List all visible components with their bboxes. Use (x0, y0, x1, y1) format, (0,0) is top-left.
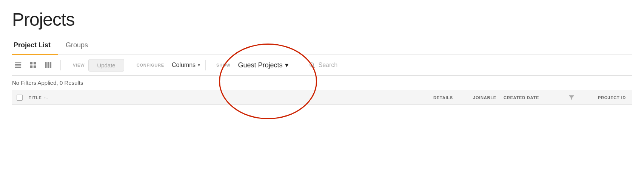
list-view-icon (15, 62, 22, 69)
filter-icon (569, 95, 575, 101)
update-button[interactable]: Update (88, 59, 124, 72)
svg-rect-0 (15, 62, 21, 63)
th-details-label: DETAILS (433, 95, 453, 100)
svg-rect-10 (50, 62, 52, 68)
th-checkbox (12, 95, 27, 101)
toolbar: VIEW Update CONFIGURE Columns ▾ SHOW Gue… (12, 55, 632, 76)
th-project-id-label: PROJECT ID (598, 95, 626, 100)
search-area[interactable]: Search (304, 59, 342, 71)
tab-groups[interactable]: Groups (64, 37, 96, 55)
guest-projects-label: Guest Projects (238, 61, 282, 69)
toolbar-divider-2 (205, 60, 206, 70)
th-joinable: JOINABLE (466, 95, 504, 100)
guest-projects-wrapper: Guest Projects ▾ (234, 59, 292, 72)
svg-rect-3 (15, 67, 21, 68)
page-title: Projects (12, 9, 632, 30)
sort-arrows-icon[interactable]: ↑↓ (44, 96, 49, 100)
svg-rect-7 (34, 65, 36, 68)
column-view-icon (45, 62, 52, 69)
search-icon (309, 62, 316, 69)
svg-rect-4 (30, 62, 32, 64)
show-label: SHOW (216, 63, 230, 67)
grid-view-icon (30, 62, 37, 69)
th-title-label: TITLE (29, 95, 42, 100)
select-all-checkbox[interactable] (17, 95, 23, 101)
tabs-row: Project List Groups (12, 37, 632, 55)
th-created-date: CREATED DATE (504, 95, 564, 100)
view-label: VIEW (73, 63, 85, 67)
list-view-button[interactable] (12, 60, 24, 70)
columns-dropdown[interactable]: Columns ▾ (168, 59, 204, 71)
guest-projects-chevron-icon: ▾ (285, 61, 288, 69)
th-project-id: PROJECT ID (579, 95, 632, 100)
columns-label: Columns (172, 62, 196, 69)
th-joinable-label: JOINABLE (473, 95, 496, 100)
svg-line-12 (313, 66, 315, 68)
svg-rect-8 (45, 62, 47, 68)
svg-rect-9 (48, 62, 49, 68)
th-filter[interactable] (564, 95, 579, 101)
th-created-date-label: CREATED DATE (504, 95, 539, 100)
svg-marker-13 (569, 95, 574, 100)
svg-rect-6 (30, 65, 32, 68)
th-title: TITLE ↑↓ (27, 95, 421, 100)
svg-rect-1 (15, 64, 21, 65)
svg-rect-5 (34, 62, 36, 64)
view-icons (12, 60, 61, 70)
svg-rect-2 (15, 65, 21, 66)
tab-project-list[interactable]: Project List (12, 37, 58, 55)
search-placeholder: Search (319, 62, 338, 69)
svg-point-11 (310, 63, 313, 67)
columns-chevron-icon: ▾ (198, 62, 200, 68)
grid-view-button[interactable] (27, 60, 39, 70)
filter-info: No Filters Applied, 0 Results (12, 76, 632, 90)
toolbar-divider-1 (126, 60, 126, 70)
column-view-button[interactable] (42, 60, 54, 70)
table-header: TITLE ↑↓ DETAILS JOINABLE CREATED DATE P… (12, 90, 632, 105)
th-details: DETAILS (421, 95, 466, 100)
guest-projects-dropdown[interactable]: Guest Projects ▾ (234, 59, 292, 72)
configure-label: CONFIGURE (137, 63, 164, 67)
